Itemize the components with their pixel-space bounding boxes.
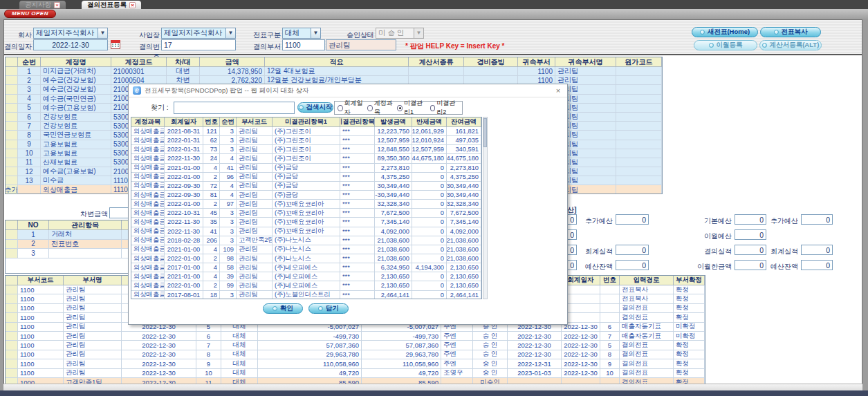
cell[interactable]: 외상매출금 [131, 136, 165, 145]
cell[interactable]: 대체 [221, 359, 258, 368]
cell[interactable]: 대체 [221, 369, 258, 378]
cell[interactable]: 미지급금(거래처) [41, 67, 111, 76]
cell[interactable]: 6 [600, 323, 620, 332]
cell[interactable]: 2023-01-03 [508, 369, 562, 378]
cell[interactable]: 외상매출금 [131, 127, 165, 136]
cell[interactable]: (주)나노시스 [273, 254, 340, 263]
resolution-date-input[interactable]: 2022-12-30 [33, 39, 108, 50]
cell[interactable]: 2022-12-30 [508, 332, 562, 341]
search-start-button[interactable]: 검색시작 [297, 102, 333, 113]
cell[interactable]: 확정 [674, 350, 705, 359]
tab-notice[interactable]: 공지사항 × [19, 1, 66, 9]
cell[interactable]: 2022-12-30 [562, 350, 600, 359]
cell[interactable]: 2 [203, 254, 220, 263]
cell[interactable]: *** [340, 145, 375, 154]
find-input[interactable] [174, 102, 295, 114]
cell[interactable]: 관리팀 [237, 127, 273, 136]
cell[interactable]: 39 [220, 272, 237, 281]
cell[interactable]: 0 [412, 164, 447, 173]
cell[interactable]: 72 [203, 182, 220, 191]
cell[interactable]: 57,087,360 [362, 341, 441, 350]
cell[interactable]: 관리팀 [237, 245, 273, 254]
cell[interactable] [6, 359, 18, 368]
cell[interactable]: 21000301 [111, 67, 167, 76]
cell[interactable]: 2022-12-30 [562, 341, 600, 350]
cell[interactable]: 7,672,500 [447, 209, 481, 218]
calendar-icon[interactable] [111, 40, 120, 49]
cell[interactable]: 4 [203, 263, 220, 272]
cell[interactable]: 전표복사 [620, 285, 674, 294]
cell[interactable]: 외상매출금 [131, 218, 165, 227]
table-row[interactable]: 1100관리팀2022-12-3010대체49,72049,720조영우승 인2… [6, 369, 705, 378]
budget-left2-input[interactable]: 0 [616, 260, 649, 270]
cell[interactable]: *** [340, 164, 375, 173]
cell[interactable]: *** [340, 209, 375, 218]
cell[interactable]: 10 [18, 149, 41, 158]
cell[interactable]: 21,038,600 [375, 236, 412, 245]
table-row[interactable]: 외상매출금2022-10-31453관리팀(주)꼬매요코리아***7,672,5… [131, 209, 481, 218]
cell[interactable] [6, 313, 18, 322]
cell[interactable]: 11 [18, 158, 41, 167]
cell[interactable]: 결의전표 [620, 304, 674, 313]
cell[interactable]: 18 [203, 291, 220, 299]
cell[interactable]: 57,087,360 [258, 341, 362, 350]
cell[interactable]: 관리팀 [64, 332, 122, 341]
close-button[interactable]: 닫기 [308, 303, 349, 314]
cell[interactable]: *** [340, 263, 375, 272]
cell[interactable]: 44,675,180 [447, 154, 481, 163]
cell[interactable]: 12,061,929 [412, 127, 447, 136]
cell[interactable]: 관리팀 [237, 136, 273, 145]
cell[interactable]: 외상매출금 [131, 291, 165, 299]
table-row[interactable]: 외상매출금2021-08-311213관리팀(주)그린조이***12,223,7… [131, 127, 481, 136]
cell[interactable]: -30,349,440 [447, 191, 481, 200]
cell[interactable]: 29,963,780 [362, 350, 441, 359]
cell[interactable] [6, 122, 18, 131]
cell[interactable]: 대체 [221, 350, 258, 359]
cell[interactable]: 96 [220, 173, 237, 182]
cell[interactable]: 0 [412, 272, 447, 281]
cell[interactable]: 30,349,440 [375, 182, 412, 191]
cell[interactable]: 2 [203, 200, 220, 209]
cell[interactable] [6, 341, 18, 350]
cell[interactable]: 2022-11-30 [165, 218, 203, 227]
cell[interactable]: 확정 [674, 369, 705, 378]
cell[interactable]: (주)나노시스 [273, 245, 340, 254]
cell[interactable]: (주)꼬매요코리아 [273, 218, 340, 227]
cell[interactable]: 미수금 [41, 176, 111, 185]
table-row[interactable]: 외상매출금2022-01-00296관리팀(주)금당***4,375,25004… [131, 173, 481, 182]
cell[interactable]: (주)그린조이 [273, 145, 340, 154]
cell[interactable]: 관리팀 [64, 304, 122, 313]
cell[interactable]: 건강보험료 [41, 113, 111, 122]
cell[interactable]: 24 [203, 154, 220, 163]
cell[interactable]: 결의전표 [620, 350, 674, 359]
cell[interactable]: 1100 [18, 313, 64, 322]
cell[interactable]: 외상매출금 [131, 164, 165, 173]
cell[interactable]: 0 [412, 200, 447, 209]
budget-right-input[interactable]: 0 [735, 229, 766, 240]
cell[interactable]: (주)그린조이 [273, 127, 340, 136]
cell[interactable] [464, 67, 518, 76]
cell[interactable]: 7,345,140 [375, 218, 412, 227]
cell[interactable]: 승 인 [473, 332, 508, 341]
cell[interactable] [6, 230, 18, 240]
cell[interactable]: 49,720 [362, 369, 441, 378]
cell[interactable]: 2022-12-30 [562, 369, 600, 378]
cell[interactable]: 12월 4대보험료 [265, 67, 409, 76]
cell[interactable]: 9 [196, 359, 221, 368]
radio-icon[interactable] [338, 105, 343, 111]
cell[interactable] [6, 158, 18, 167]
cell[interactable]: 전표복사 [620, 294, 674, 303]
cell[interactable]: 30,349,440 [447, 182, 481, 191]
cell[interactable]: 관리팀 [237, 145, 273, 154]
cell[interactable]: 대체 [221, 341, 258, 350]
table-row[interactable]: 외상매출금2022-11-30244관리팀(주)그린조이***89,350,36… [131, 154, 481, 163]
cell[interactable]: 3 [220, 145, 237, 154]
cell[interactable]: 4 [203, 164, 220, 173]
cell[interactable]: *** [340, 291, 375, 299]
cell[interactable]: 2,464,141 [447, 291, 481, 299]
table-row[interactable]: 1100관리팀2022-12-307대체57,087,36057,087,360… [6, 341, 705, 350]
table-row[interactable]: 외상매출금2022-09-30724관리팀(주)금당***30,349,4400… [131, 182, 481, 191]
cell[interactable]: 1100 [18, 323, 64, 332]
table-row[interactable]: 1미지급금(거래처)21000301대변14,378,95012월 4대보험료1… [6, 67, 662, 76]
cell[interactable] [6, 113, 18, 122]
